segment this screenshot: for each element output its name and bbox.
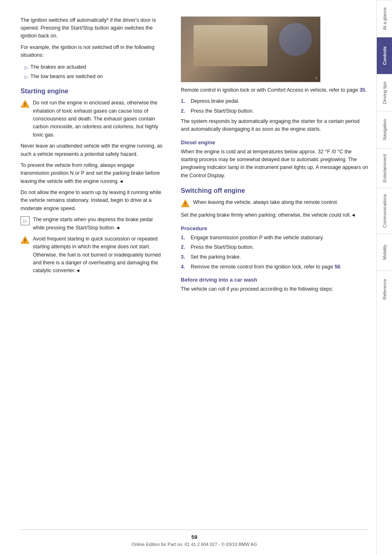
sidebar-tab-controls[interactable]: Controls	[377, 37, 392, 74]
list-item: 3. Set the parking brake.	[181, 253, 368, 261]
sidebar-tab-label: Controls	[382, 46, 387, 65]
car-dash-visual	[181, 17, 320, 82]
step-number: 2.	[181, 243, 189, 251]
svg-text:!: !	[184, 202, 186, 206]
sidebar-tab-mobility[interactable]: Mobility	[377, 234, 392, 271]
sidebar-tab-label: Navigation	[382, 119, 387, 141]
warning-text-2: Never leave an unattended vehicle with t…	[21, 142, 164, 158]
step-number: 3.	[181, 253, 189, 261]
step-number: 1.	[181, 234, 189, 242]
stop-marker-2: ◄	[115, 225, 120, 231]
diesel-engine-heading: Diesel engine	[181, 139, 368, 146]
main-content: The ignition switches off automatically*…	[0, 0, 376, 555]
warning-block-off: ! When leaving the vehicle, always take …	[181, 199, 368, 208]
warning-block-1: ! Do not run the engine in enclosed area…	[21, 99, 164, 139]
list-item: 2. Press the Start/Stop button.	[181, 243, 368, 251]
bullet-arrow-icon: ▷	[25, 64, 28, 71]
warning-icon-3: !	[21, 236, 30, 245]
parking-brake-text: Set the parking brake firmly when parkin…	[181, 211, 368, 219]
page-footer: 59 Online Edition for Part no. 01 41 2 6…	[21, 530, 368, 555]
sidebar-tab-label: Mobility	[382, 245, 387, 260]
warning-text-off: When leaving the vehicle, always take al…	[193, 199, 338, 206]
sidebar-tab-navigation[interactable]: Navigation	[377, 111, 392, 148]
sidebar-tab-reference[interactable]: Reference	[377, 271, 392, 308]
sidebar-tab-driving-tips[interactable]: Driving tips	[377, 74, 392, 111]
list-item: 4. Remove the remote control from the ig…	[181, 263, 368, 271]
system-response: The system responds by automatically eng…	[181, 118, 368, 134]
sidebar-tab-label: At a glance	[382, 7, 387, 30]
page-ref-35[interactable]: 35	[360, 87, 365, 93]
sidebar-tab-label: Driving tips	[382, 81, 387, 104]
svg-text:!: !	[24, 238, 25, 243]
sidebar-tab-communications[interactable]: Communications	[377, 188, 392, 234]
para-2: Do not allow the engine to warm up by le…	[21, 189, 164, 213]
note-arrow-icon: ▷	[23, 218, 27, 224]
bullet-arrow-icon: ▷	[25, 74, 28, 81]
warning-icon-off: !	[181, 199, 190, 208]
page-ref-58[interactable]: 58	[334, 264, 340, 270]
stop-marker-1: ◄	[119, 178, 124, 184]
sidebar-tab-label: Communications	[382, 194, 387, 228]
warning-icon-1: !	[21, 99, 30, 109]
bullet-list: ▷ The brakes are actuated ▷ The low beam…	[25, 63, 164, 81]
car-wash-text: The vehicle can roll if you proceed acco…	[181, 285, 368, 293]
page-number: 59	[21, 534, 368, 540]
warning-text-1: Do not run the engine in enclosed areas,…	[33, 99, 164, 139]
switching-off-heading: Switching off engine	[181, 187, 368, 194]
stop-marker-3: ◄	[76, 268, 81, 273]
left-column: The ignition switches off automatically*…	[0, 16, 173, 530]
car-image: ©	[181, 16, 321, 82]
step-number: 4.	[181, 263, 189, 271]
list-item: 2. Press the Start/Stop button.	[181, 107, 368, 115]
car-wash-heading: Before driving into a car wash	[181, 277, 368, 283]
stop-marker-off: ◄	[351, 212, 356, 218]
start-steps: 1. Depress brake pedal. 2. Press the Sta…	[181, 97, 368, 115]
note-block: ▷ The engine starts when you depress the…	[21, 216, 164, 232]
image-watermark: ©	[315, 76, 318, 80]
image-caption: Remote control in ignition lock or with …	[181, 86, 368, 94]
list-item: ▷ The low beams are switched on	[25, 73, 164, 81]
sidebar-tab-entertainment[interactable]: Entertainment	[377, 148, 392, 188]
footer-text: Online Edition for Part no. 01 41 2 604 …	[131, 542, 257, 547]
procedure-heading: Procedure	[181, 225, 368, 231]
list-item: 1. Depress brake pedal.	[181, 97, 368, 105]
starting-engine-heading: Starting engine	[21, 88, 164, 95]
intro-paragraph-2: For example, the ignition is not switche…	[21, 44, 164, 59]
right-column: © Remote control in ignition lock or wit…	[173, 16, 376, 530]
list-item: ▷ The brakes are actuated	[25, 63, 164, 71]
warning-block-3: ! Avoid frequent starting in quick succe…	[21, 235, 164, 275]
intro-paragraph-1: The ignition switches off automatically*…	[21, 16, 164, 39]
step-number-1: 1.	[181, 97, 189, 105]
diesel-engine-text: When the engine is cold and at temperatu…	[181, 148, 368, 180]
sidebar: At a glance Controls Driving tips Naviga…	[376, 0, 392, 555]
para-1: To prevent the vehicle from rolling, alw…	[21, 162, 164, 185]
step-number-2: 2.	[181, 107, 189, 115]
sidebar-tab-label: Entertainment	[382, 154, 387, 182]
sidebar-tab-label: Reference	[382, 279, 387, 300]
sidebar-tab-at-a-glance[interactable]: At a glance	[377, 0, 392, 37]
list-item: 1. Engage transmission position P with t…	[181, 234, 368, 242]
svg-text:!: !	[24, 102, 25, 107]
note-icon: ▷	[21, 216, 30, 225]
warning-text-3: Avoid frequent starting in quick success…	[33, 235, 164, 275]
procedure-steps: 1. Engage transmission position P with t…	[181, 234, 368, 271]
note-text: The engine starts when you depress the b…	[33, 216, 164, 232]
